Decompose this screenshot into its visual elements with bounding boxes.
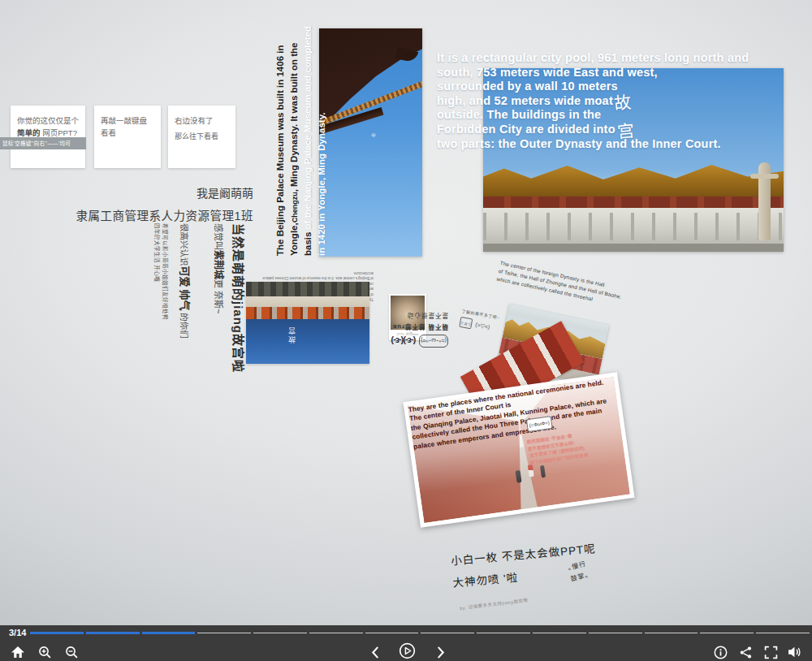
info-button[interactable]: [710, 643, 730, 661]
kaomoji-text-1: 萌不萌 想不想rua: [367, 323, 448, 332]
hint-card-1-bold: 简单的: [17, 128, 41, 137]
en-line-3a: basis: [303, 229, 313, 256]
para-line-6: Forbidden City are divided into: [437, 123, 794, 137]
zoom-out-button[interactable]: [62, 643, 81, 661]
para-line-2: south, 753 meters wide East and west,: [437, 66, 794, 80]
hint-card-3-line1: 右边没有了: [175, 114, 229, 127]
hint-card-2-line1: 再敲一敲键盘看看: [101, 114, 154, 139]
player-toolbar: 3/14: [0, 625, 812, 661]
progress-segment[interactable]: [365, 633, 419, 633]
cn-tiny-1: 希望可以和小哥哥小姐姐们友好相处鸭: [161, 223, 169, 382]
tree-band: [246, 282, 369, 296]
tiny-doodle: ❊: [371, 132, 376, 139]
inner-court-card: They are the places where the national c…: [403, 372, 634, 528]
rotated-en-text: The Beijing Palace Museum was built in 1…: [274, 28, 329, 256]
author-intro: 我是阚萌萌 隶属工商管理系人力资源管理1班: [45, 184, 253, 223]
progress-segment[interactable]: [86, 632, 140, 634]
hint-card-1-line1: 你觉的这仅仅是个: [17, 114, 79, 127]
progress-segment[interactable]: [253, 633, 307, 633]
face-pair-kaomoji: (-ε-)(-ε-): [391, 336, 416, 346]
cn-line-2a: 感觉叫: [214, 223, 223, 250]
next-icon: [437, 646, 445, 659]
hint-card-2: 再敲一敲键盘看看: [94, 106, 161, 168]
progress-segment[interactable]: [533, 633, 586, 633]
zoom-in-icon: [38, 646, 52, 659]
keyboard-hint-strip: 鼠标'空格键''向右''——'均可: [0, 137, 86, 149]
progress-segment[interactable]: [756, 633, 810, 633]
boats-band: [246, 307, 369, 319]
hint-card-3: 右边没有了 那么往下看看: [168, 106, 235, 168]
share-button[interactable]: [736, 643, 755, 661]
kaomoji-group-flipped: (=^･ω･^=) (-ε-)(-ε-) 萌不萌 想不想rua 是不是很心动: [367, 312, 448, 348]
prev-icon: [371, 646, 379, 659]
volume-icon: [788, 646, 802, 659]
square-face-kaomoji: (･д･): [459, 317, 473, 329]
autoplay-icon: [399, 642, 416, 659]
roof-eaves-photo: ❊: [319, 28, 422, 257]
roof-silhouette: [319, 28, 422, 257]
en-line-2b: Chengzu: [291, 192, 299, 222]
cn-line-3c: 帅气: [179, 289, 191, 310]
progress-segment[interactable]: [589, 633, 642, 633]
progress-segment[interactable]: [477, 633, 530, 633]
progress-segment[interactable]: [700, 633, 754, 633]
stone-pillar: [758, 162, 771, 240]
calligraphy-gong: 宫: [615, 117, 635, 143]
byline-text: by. 记得要多多支持jiang故宫哦: [460, 597, 529, 611]
rotated-cn-text: 当然是萌萌的jiang故宫啦 感觉叫紫荆城更 奈斯~ 很高兴认识可爱 帅气 的你…: [158, 223, 248, 382]
progress-segment[interactable]: [421, 633, 474, 633]
cn-tiny-2: 四年的大学生活 开心哦: [152, 223, 160, 382]
home-icon: [11, 646, 25, 659]
moat-photo-flipped: 故宫: [246, 282, 369, 364]
home-button[interactable]: [8, 643, 28, 661]
fullscreen-icon: [764, 646, 778, 659]
water-band: 故宫: [246, 319, 369, 364]
progress-segment[interactable]: [197, 633, 251, 633]
progress-bar[interactable]: [30, 632, 810, 634]
hint-card-3-line2: 那么往下看看: [175, 131, 229, 142]
cn-line-2c: 更 奈斯~: [214, 279, 223, 313]
zoom-in-button[interactable]: [35, 643, 54, 661]
cat-kaomoji: (=^･ω･^=): [419, 335, 448, 348]
progress-segment[interactable]: [309, 633, 363, 633]
en-line-2c: , Ming Dynasty. It was built on the: [289, 43, 299, 192]
cn-line-3d: 的你们: [179, 310, 189, 338]
en-line-2a: Yongle,: [289, 222, 299, 256]
terrace-base: [483, 244, 784, 252]
info-icon: [714, 646, 728, 659]
kaomoji-text-2: 是不是很心动: [367, 312, 448, 321]
zoom-out-icon: [65, 646, 79, 659]
happy-face-kaomoji: (>▽<): [475, 322, 490, 330]
volume-button[interactable]: [785, 643, 805, 661]
progress-segment[interactable]: [142, 632, 196, 634]
cn-line-2b: 紫荆城: [213, 250, 224, 279]
flip-line-3: of Beijing's central axis. It is the ess…: [250, 270, 374, 280]
calligraphy-gu: 故: [612, 89, 632, 114]
para-line-7: two parts: the Outer Dynasty and the Inn…: [437, 137, 794, 152]
know-check-group: 了解的差不多了吧~ (･д･) (>▽<): [459, 308, 500, 334]
foreign-dynasty-paragraph: The center of the foreign Dynasty is the…: [496, 259, 641, 312]
marble-balustrade: [483, 208, 784, 244]
en-line-3b: of the Nanjing Palace Museum and complet…: [303, 26, 313, 230]
progress-segment[interactable]: [30, 632, 84, 634]
share-icon: [739, 646, 753, 659]
autoplay-button[interactable]: [397, 642, 417, 659]
next-slide-button[interactable]: [431, 643, 451, 661]
slide-counter: 3/14: [9, 628, 26, 637]
author-name: 我是阚萌萌: [45, 184, 253, 201]
en-line-4: in 1420 in Yongle, Ming Dynasty.: [315, 28, 329, 256]
presentation-canvas[interactable]: 你觉的这仅仅是个 简单的 网页PPT? 再敲一敲键盘看看 右边没有了 那么往下看…: [0, 0, 812, 625]
watermark-text: 故宫: [287, 326, 297, 343]
cn-line-3a: 很高兴认识: [179, 223, 189, 266]
cn-line-3b: 可爱: [179, 266, 191, 287]
cn-line-1: 当然是萌萌的jiang故宫啦: [231, 223, 248, 382]
progress-segment[interactable]: [645, 633, 698, 633]
wall-band: [246, 296, 369, 307]
hint-card-1-line2: 网页PPT?: [41, 128, 77, 137]
prev-slide-button[interactable]: [365, 643, 385, 661]
author-class: 隶属工商管理系人力资源管理1班: [45, 206, 253, 223]
fullscreen-button[interactable]: [761, 643, 780, 661]
para-line-1: It is a rectangular city pool, 961 meter…: [437, 51, 794, 66]
outro-text: 小白一枚 不是太会做PPT呢 大神勿喷 '啦 ｡慢行 鼓掌｡: [450, 539, 598, 590]
en-line-1: The Beijing Palace Museum was built in 1…: [274, 28, 287, 256]
